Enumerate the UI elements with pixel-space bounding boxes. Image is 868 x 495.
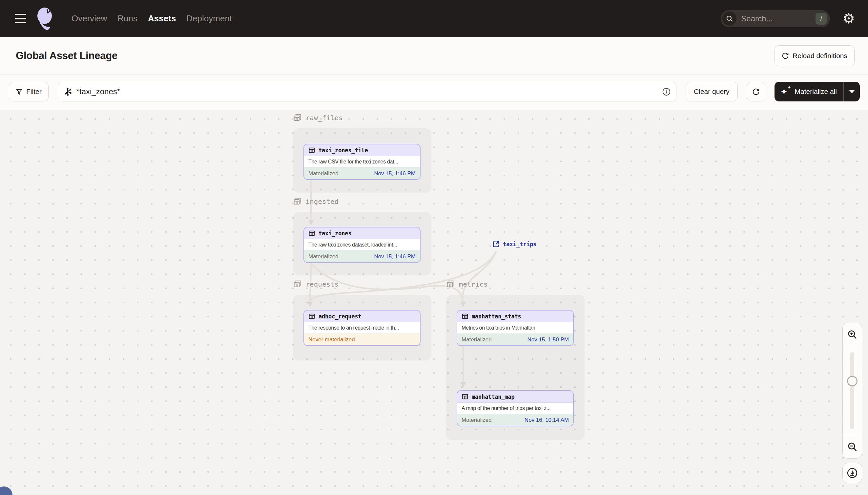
asset-status: Materialized <box>308 170 339 177</box>
asset-status: Materialized <box>462 417 492 424</box>
asset-description: The raw taxi zones dataset, loaded int..… <box>304 239 420 251</box>
group-label-requests[interactable]: requests <box>293 280 339 289</box>
search-icon <box>722 12 737 25</box>
zoom-out-button[interactable] <box>843 435 862 458</box>
zoom-slider-handle[interactable] <box>847 376 857 386</box>
asset-name: manhattan_map <box>472 394 514 400</box>
lineage-canvas[interactable]: raw_files ingested requests metrics taxi… <box>0 109 868 495</box>
external-link-icon <box>492 240 500 248</box>
filter-label: Filter <box>26 88 42 96</box>
external-asset-taxi_trips[interactable]: taxi_trips <box>492 240 536 248</box>
asset-description: The response to an request made in th... <box>304 322 420 334</box>
search-input[interactable] <box>741 14 816 23</box>
asset-name: taxi_zones_file <box>319 147 368 154</box>
refresh-graph-button[interactable] <box>747 82 765 101</box>
asset-node-taxi_zones[interactable]: taxi_zones The raw taxi zones dataset, l… <box>303 227 421 263</box>
asset-description: The raw CSV file for the taxi zones dat.… <box>304 156 420 167</box>
top-nav: Overview Runs Assets Deployment / ⚙ <box>0 0 868 37</box>
group-label-metrics[interactable]: metrics <box>446 280 488 289</box>
materialize-split-button: ✦✦ Materialize all <box>775 82 860 101</box>
asset-node-taxi_zones_file[interactable]: taxi_zones_file The raw CSV file for the… <box>303 144 421 180</box>
nav-link-overview[interactable]: Overview <box>72 14 107 24</box>
asset-group-icon <box>293 280 302 289</box>
graph-query-icon <box>63 87 72 96</box>
asset-timestamp[interactable]: Nov 15, 1:46 PM <box>374 170 415 177</box>
nav-link-runs[interactable]: Runs <box>118 14 138 24</box>
clear-query-button[interactable]: Clear query <box>686 82 738 101</box>
download-view-button[interactable] <box>843 463 862 483</box>
sparkles-icon: ✦✦ <box>780 86 791 97</box>
asset-timestamp[interactable]: Nov 15, 1:50 PM <box>527 337 569 343</box>
zoom-in-icon <box>847 329 857 340</box>
page-title: Global Asset Lineage <box>16 50 118 62</box>
group-label-ingested[interactable]: ingested <box>293 197 339 206</box>
external-asset-name: taxi_trips <box>503 241 536 248</box>
group-name: ingested <box>306 198 339 205</box>
group-name: metrics <box>459 280 488 288</box>
refresh-icon <box>752 88 760 96</box>
reload-definitions-label: Reload definitions <box>793 52 847 60</box>
global-search[interactable]: / <box>721 10 830 27</box>
group-label-raw_files[interactable]: raw_files <box>293 113 343 122</box>
asset-description: A map of the number of trips per taxi z.… <box>457 403 573 414</box>
asset-group-icon <box>446 280 455 289</box>
asset-node-adhoc_request[interactable]: adhoc_request The response to an request… <box>303 310 421 346</box>
asset-name: taxi_zones <box>319 230 351 237</box>
nav-links: Overview Runs Assets Deployment <box>72 14 232 24</box>
reload-definitions-button[interactable]: Reload definitions <box>775 45 854 66</box>
materialize-dropdown-button[interactable] <box>844 82 860 101</box>
asset-timestamp[interactable]: Nov 16, 10:14 AM <box>525 417 569 424</box>
query-info-icon[interactable] <box>662 87 671 96</box>
group-name: raw_files <box>306 114 343 122</box>
zoom-slider[interactable] <box>843 346 862 435</box>
lineage-edges <box>0 109 868 495</box>
page-header: Global Asset Lineage Reload definitions <box>0 37 868 75</box>
asset-query-input[interactable] <box>76 87 658 96</box>
nav-link-assets[interactable]: Assets <box>148 14 176 24</box>
search-shortcut-badge: / <box>816 13 827 24</box>
table-icon <box>462 393 468 400</box>
refresh-icon <box>782 52 789 59</box>
group-name: requests <box>306 280 339 288</box>
download-icon <box>846 467 858 479</box>
settings-gear-icon[interactable]: ⚙ <box>843 12 855 25</box>
zoom-controls <box>843 323 862 483</box>
asset-node-manhattan_map[interactable]: manhattan_map A map of the number of tri… <box>457 390 574 426</box>
zoom-out-icon <box>847 442 857 452</box>
help-widget-corner[interactable] <box>0 487 13 495</box>
asset-group-icon <box>293 197 302 206</box>
materialize-all-label: Materialize all <box>795 88 837 96</box>
asset-description: Metrics on taxi trips in Manhattan <box>457 322 573 334</box>
table-icon <box>308 147 315 154</box>
filter-button[interactable]: Filter <box>9 82 49 101</box>
asset-query-field[interactable] <box>58 82 676 101</box>
asset-status: Materialized <box>308 253 339 260</box>
clear-query-label: Clear query <box>694 88 730 96</box>
materialize-all-button[interactable]: ✦✦ Materialize all <box>775 82 844 101</box>
zoom-in-button[interactable] <box>843 323 862 346</box>
table-icon <box>308 230 315 237</box>
nav-link-deployment[interactable]: Deployment <box>186 14 232 24</box>
dagster-logo[interactable] <box>35 7 56 31</box>
asset-timestamp[interactable]: Nov 15, 1:46 PM <box>374 253 415 260</box>
asset-name: adhoc_request <box>319 313 361 320</box>
chevron-down-icon <box>849 90 854 93</box>
menu-hamburger-icon[interactable] <box>15 14 26 24</box>
asset-node-manhattan_stats[interactable]: manhattan_stats Metrics on taxi trips in… <box>457 310 574 346</box>
asset-group-icon <box>293 113 302 122</box>
asset-status: Never materialized <box>308 337 355 343</box>
table-icon <box>462 313 468 320</box>
filter-funnel-icon <box>16 88 23 95</box>
lineage-toolbar: Filter Clear query ✦✦ <box>0 75 868 109</box>
table-icon <box>308 313 315 320</box>
asset-name: manhattan_stats <box>472 313 521 320</box>
zoom-slider-track <box>850 352 854 429</box>
asset-status: Materialized <box>462 337 492 343</box>
